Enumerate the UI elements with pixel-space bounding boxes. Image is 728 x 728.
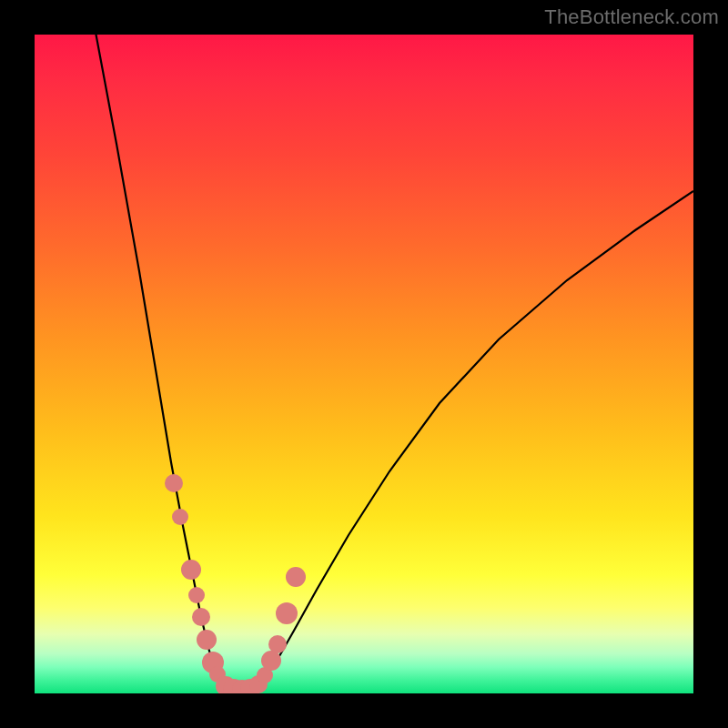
- data-marker: [188, 587, 205, 603]
- data-marker: [268, 635, 287, 653]
- plot-area: [35, 35, 693, 693]
- bottleneck-curve-left: [89, 35, 230, 690]
- data-marker: [276, 602, 298, 624]
- data-marker: [181, 560, 201, 580]
- data-marker: [286, 567, 306, 587]
- marker-group: [165, 474, 306, 693]
- chart-frame: TheBottleneck.com: [0, 0, 728, 728]
- curve-svg: [35, 35, 693, 693]
- bottleneck-curve-right: [248, 191, 693, 690]
- data-marker: [197, 630, 217, 650]
- data-marker: [192, 608, 210, 626]
- data-marker: [172, 509, 188, 525]
- data-marker: [165, 474, 183, 492]
- watermark-text: TheBottleneck.com: [544, 5, 719, 29]
- data-marker: [261, 651, 281, 671]
